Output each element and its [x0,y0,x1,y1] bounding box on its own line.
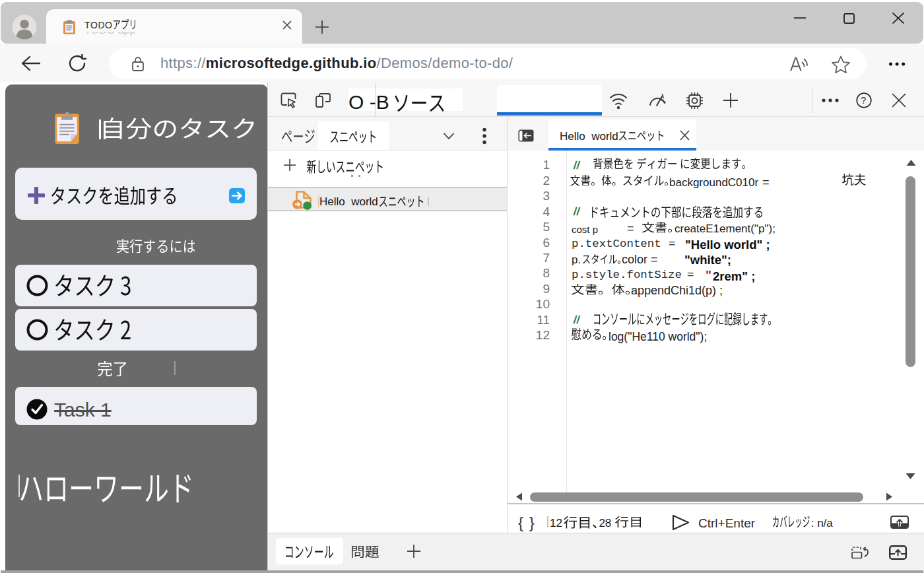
svg-text:?: ? [861,95,866,106]
